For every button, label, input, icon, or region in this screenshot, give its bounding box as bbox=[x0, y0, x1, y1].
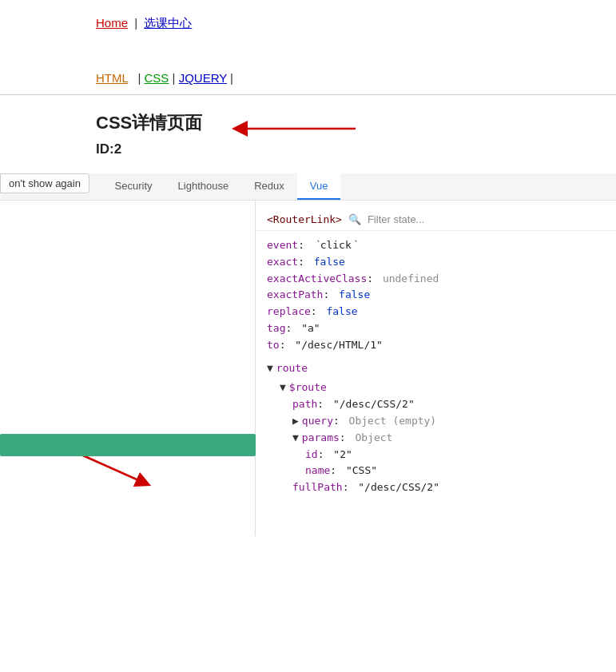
sep1: | bbox=[134, 16, 137, 30]
prop-fullpath: fullPath: "/desc/CSS/2" bbox=[267, 479, 605, 496]
prop-to: to: "/desc/HTML/1" bbox=[267, 337, 605, 354]
devtools-tabs: Application Security Lighthouse Redux Vu… bbox=[0, 173, 616, 201]
router-link-tag: <RouterLink> bbox=[267, 213, 342, 225]
tab-lighthouse[interactable]: Lighthouse bbox=[165, 173, 242, 200]
section-route: ▼ route bbox=[267, 360, 605, 377]
filter-icon: 🔍 bbox=[348, 213, 361, 225]
prop-replace: replace: false bbox=[267, 304, 605, 320]
sub-nav: HTML | CSS | JQUERY | bbox=[0, 39, 616, 95]
jquery-link[interactable]: JQUERY bbox=[179, 71, 227, 85]
prop-tag: tag: "a" bbox=[267, 320, 605, 337]
tab-security[interactable]: Security bbox=[102, 173, 165, 200]
right-panel-header: <RouterLink> 🔍 Filter state... bbox=[256, 209, 616, 231]
prop-id: id: "2" bbox=[267, 447, 605, 463]
triangle-route: ▼ bbox=[267, 360, 273, 377]
right-panel: <RouterLink> 🔍 Filter state... event: `c… bbox=[256, 201, 616, 536]
xueke-link[interactable]: 选课中心 bbox=[144, 16, 192, 30]
tab-redux[interactable]: Redux bbox=[241, 173, 297, 200]
section-sroute: ▼ $route bbox=[267, 380, 605, 396]
css-link[interactable]: CSS bbox=[145, 71, 169, 85]
prop-name: name: "CSS" bbox=[267, 463, 605, 479]
red-arrow-1 bbox=[232, 113, 360, 145]
dont-show-bar[interactable]: on't show again bbox=[0, 173, 89, 193]
prop-exactpath: exactPath: false bbox=[267, 287, 605, 304]
top-nav: Home | 选课中心 bbox=[0, 0, 616, 39]
prop-params: ▼ params: Object bbox=[267, 430, 605, 447]
prop-query: ▶ query: Object (empty) bbox=[267, 413, 605, 430]
home-link[interactable]: Home bbox=[96, 16, 128, 30]
html-link[interactable]: HTML bbox=[96, 71, 128, 85]
filter-state-text[interactable]: Filter state... bbox=[368, 213, 425, 225]
prop-path: path: "/desc/CSS/2" bbox=[267, 396, 605, 413]
code-content: event: `click` exact: false exactActiveC… bbox=[256, 231, 616, 503]
left-panel bbox=[0, 201, 256, 536]
vue-panel: <RouterLink> 🔍 Filter state... event: `c… bbox=[0, 201, 616, 536]
tabs-row: on't show again Application Security Lig… bbox=[0, 173, 616, 201]
selected-node-bar[interactable] bbox=[0, 434, 256, 456]
prop-event: event: `click` bbox=[267, 237, 605, 254]
triangle-sroute: ▼ bbox=[280, 380, 286, 396]
page-wrapper: Home | 选课中心 HTML | CSS | JQUERY | CSS详情页… bbox=[0, 0, 616, 536]
triangle-params: ▼ bbox=[292, 430, 299, 447]
triangle-query: ▶ bbox=[292, 413, 299, 430]
prop-exactactiveclass: exactActiveClass: undefined bbox=[267, 271, 605, 288]
page-title-area: CSS详情页面 ID:2 bbox=[0, 95, 616, 165]
prop-exact: exact: false bbox=[267, 254, 605, 271]
tab-vue[interactable]: Vue bbox=[297, 173, 341, 200]
